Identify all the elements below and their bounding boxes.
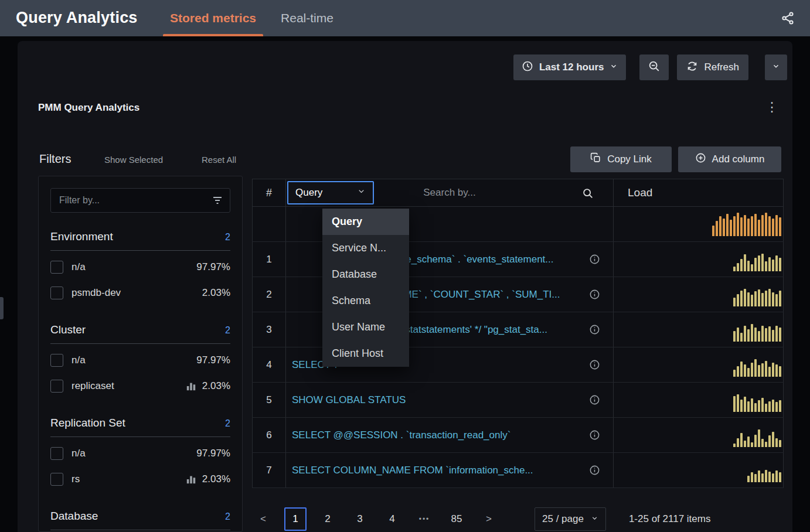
page-button[interactable]: > [478,507,500,531]
info-icon[interactable] [589,254,600,267]
filter-group-count[interactable]: 2 [225,511,230,522]
chevron-down-icon [610,62,618,73]
table-row[interactable]: 7 SELECT COLUMN_NAME FROM `information_s… [252,453,784,488]
add-column-label: Add column [712,154,765,165]
filter-search-wrap [50,188,230,213]
load-cell [614,453,784,487]
filter-group: Environment 2 n/a 97.97% psmdb-dev 2.03% [50,230,230,306]
filter-group-count[interactable]: 2 [225,232,230,243]
load-sparkline [733,254,781,271]
funnel-icon [212,195,223,209]
load-cell [614,347,784,382]
filter-option-percent: 97.97% [196,354,230,366]
load-cell [614,383,784,417]
load-sparkline [733,289,781,306]
page-button[interactable]: 85 [445,507,468,531]
show-selected-link[interactable]: Show Selected [104,155,163,165]
table-row[interactable]: 6 SELECT @@SESSION . `transaction_read_o… [252,418,784,453]
tab-real-time[interactable]: Real-time [274,0,341,36]
dropdown-option[interactable]: Service N... [322,235,409,261]
query-cell: SHOW GLOBAL STATUS [286,383,614,417]
filter-option[interactable]: n/a 97.97% [50,347,230,373]
tab-stored-metrics[interactable]: Stored metrics [163,0,263,36]
dropdown-option[interactable]: User Name [322,314,409,340]
side-scrollbar-thumb[interactable] [0,297,4,319]
filter-group-count[interactable]: 2 [225,418,230,429]
load-sparkline [747,470,781,482]
checkbox[interactable] [50,447,63,460]
time-range-label: Last 12 hours [539,62,604,73]
load-cell [614,418,784,452]
row-number: 4 [252,347,286,382]
filter-group-header: Environment 2 [50,230,230,251]
checkbox[interactable] [50,354,63,367]
info-icon[interactable] [589,359,600,373]
reset-all-link[interactable]: Reset All [202,155,236,165]
page-button[interactable]: 1 [284,507,307,531]
top-bar: Query Analytics Stored metrics Real-time [0,0,810,36]
filter-option-percent: 2.03% [202,473,230,485]
dropdown-option[interactable]: Schema [322,288,409,314]
load-sparkline [733,324,781,342]
dropdown-option[interactable]: Query [322,209,409,235]
column-header-index: # [252,179,286,206]
add-column-button[interactable]: Add column [678,146,781,172]
load-cell [614,242,784,277]
info-icon[interactable] [589,465,600,478]
refresh-button[interactable]: Refresh [677,54,748,80]
filter-group: Database 2 [50,510,230,530]
load-sparkline [733,429,781,447]
zoom-out-button[interactable] [639,54,669,80]
table-header: # Query Search by... Q [252,179,784,207]
page-size-select[interactable]: 25 / page [535,507,606,531]
filter-group-header: Database 2 [50,510,230,530]
info-icon[interactable] [589,429,600,443]
filter-group-name: Cluster [50,323,86,336]
copy-link-button[interactable]: Copy Link [570,146,672,172]
info-icon[interactable] [589,394,600,408]
query-text[interactable]: SHOW GLOBAL STATUS [286,394,406,406]
load-sparkline [712,213,781,236]
page-button[interactable]: 2 [316,507,339,531]
dropdown-option[interactable]: Client Host [322,340,409,367]
checkbox[interactable] [50,261,63,274]
filter-group-name: Environment [50,230,113,243]
filter-group-header: Cluster 2 [50,323,230,344]
page-buttons: <1234•••85> [252,507,500,531]
filter-option[interactable]: n/a 97.97% [50,441,230,466]
filter-option[interactable]: replicaset 2.03% [50,373,230,399]
page-button[interactable]: 3 [349,507,371,531]
share-icon[interactable] [781,11,795,25]
load-sparkline [733,394,781,412]
table-row[interactable]: 5 SHOW GLOBAL STATUS [252,383,784,418]
page-button[interactable]: ••• [413,507,435,531]
dimension-select-value: Query [295,187,322,199]
filter-option-percent: 97.97% [196,261,230,273]
dropdown-option[interactable]: Database [322,261,409,288]
query-text[interactable]: SELECT COLUMN_NAME FROM `information_sch… [286,465,533,476]
checkbox[interactable] [50,380,63,393]
search-icon[interactable] [581,187,594,202]
checkbox[interactable] [50,287,63,299]
query-text[interactable]: SELECT @@SESSION . `transaction_read_onl… [286,429,510,441]
refresh-interval-dropdown[interactable] [765,54,787,80]
filter-option[interactable]: psmdb-dev 2.03% [50,280,230,306]
filter-option-label: n/a [72,448,196,459]
page-button[interactable]: 4 [381,507,403,531]
filter-option[interactable]: rs 2.03% [50,466,230,492]
chevron-down-icon [591,513,598,525]
filter-search-input[interactable] [50,188,230,213]
filter-option-label: psmdb-dev [72,287,202,299]
page-button[interactable]: < [252,507,274,531]
filter-group-name: Database [50,510,98,523]
info-icon[interactable] [589,324,600,337]
info-icon[interactable] [589,289,600,302]
column-header-main: Query Search by... QueryService N...Data… [286,179,614,206]
dimension-select[interactable]: Query [287,181,374,204]
checkbox[interactable] [50,473,63,486]
queries-table: # Query Search by... Q [252,179,784,488]
time-range-picker[interactable]: Last 12 hours [513,54,627,80]
filter-option[interactable]: n/a 97.97% [50,254,230,280]
filter-group-count[interactable]: 2 [225,325,230,336]
panel-menu-icon[interactable]: ⋮ [761,98,783,116]
